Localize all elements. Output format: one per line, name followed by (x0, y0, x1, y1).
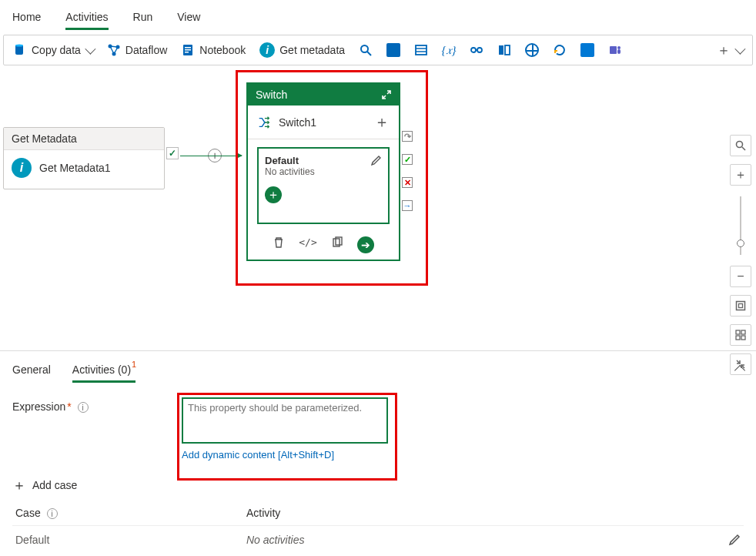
svg-point-0 (15, 45, 23, 47)
tool-script[interactable] (386, 43, 400, 57)
pipeline-icon (470, 43, 483, 57)
dataflow-icon (107, 43, 121, 57)
outlook-icon (580, 43, 594, 57)
tool-get-metadata-label: Get metadata (279, 44, 345, 56)
case-subtitle: No activities (265, 166, 382, 177)
zoom-out-button[interactable]: − (730, 266, 751, 287)
svg-rect-10 (416, 45, 427, 55)
add-case-button[interactable]: ＋ (374, 112, 390, 132)
tool-copy-data-label: Copy data (32, 44, 81, 56)
svg-rect-29 (736, 336, 740, 340)
variable-icon: {𝑥} (442, 43, 456, 57)
add-activity-button[interactable]: ＋ (265, 186, 282, 203)
edit-case-button[interactable] (371, 155, 382, 166)
top-tab-activities[interactable]: Activities (65, 6, 108, 29)
notebook-icon (181, 43, 195, 57)
tool-teams[interactable] (608, 43, 622, 57)
activity-cell: No activities (246, 534, 304, 546)
tool-foreach[interactable] (553, 43, 567, 57)
auto-layout-button[interactable] (730, 324, 751, 346)
svg-rect-20 (617, 49, 621, 54)
edit-row-button[interactable] (728, 534, 741, 546)
chevron-down-icon (734, 44, 745, 55)
tool-lookup[interactable] (497, 43, 511, 57)
top-tab-run[interactable]: Run (133, 6, 153, 29)
script-icon (386, 43, 400, 57)
tool-copy-data[interactable]: Copy data (13, 43, 93, 57)
svg-point-14 (477, 48, 482, 52)
expression-label: Expression* i (12, 397, 166, 413)
teams-icon (608, 43, 622, 57)
globe-icon (525, 43, 539, 57)
plus-icon: ＋ (12, 476, 26, 494)
tool-notebook-label: Notebook (199, 44, 246, 56)
switch-title: Switch (256, 89, 287, 101)
sub-tab-general[interactable]: General (12, 359, 51, 382)
tool-notebook[interactable]: Notebook (181, 43, 246, 57)
code-button[interactable]: </> (299, 236, 316, 253)
port-completion[interactable]: → (402, 200, 413, 211)
svg-point-23 (737, 142, 743, 148)
loop-icon (553, 43, 567, 57)
svg-rect-7 (185, 52, 189, 53)
info-icon: i (259, 42, 275, 58)
plus-icon: ＋ (717, 41, 731, 59)
table-row: Default No activities (12, 526, 744, 554)
case-title: Default (265, 155, 382, 166)
info-icon[interactable]: i (47, 508, 58, 519)
tool-dataflow[interactable]: Dataflow (107, 43, 167, 57)
tool-outlook[interactable] (580, 43, 594, 57)
svg-point-13 (471, 48, 476, 52)
svg-rect-30 (741, 336, 745, 340)
canvas-search-button[interactable] (730, 135, 751, 156)
svg-rect-6 (185, 49, 191, 51)
top-tab-view[interactable]: View (177, 6, 200, 29)
copy-data-icon (13, 43, 27, 57)
copy-button[interactable] (331, 236, 343, 253)
tool-pipeline[interactable] (470, 43, 483, 57)
node-activity-name: Get Metadata1 (39, 162, 111, 174)
tool-table[interactable] (414, 43, 428, 57)
col-activity-header: Activity (243, 501, 744, 526)
svg-point-19 (617, 46, 621, 49)
svg-rect-18 (610, 46, 617, 54)
sub-tab-activities[interactable]: Activities (0)1 (72, 359, 135, 382)
port-success[interactable]: ✓ (402, 154, 413, 165)
info-icon[interactable]: i (78, 402, 89, 413)
svg-rect-25 (737, 302, 745, 310)
svg-line-24 (742, 147, 745, 150)
error-badge: 1 (132, 360, 136, 369)
validation-check-icon: ✓ (166, 147, 179, 159)
switch-icon (257, 116, 271, 129)
tool-get-metadata[interactable]: i Get metadata (259, 42, 345, 58)
zoom-in-button[interactable]: ＋ (730, 164, 751, 186)
switch-activity-name: Switch1 (279, 116, 316, 129)
run-button[interactable]: ➔ (357, 236, 374, 253)
top-tab-home[interactable]: Home (12, 6, 41, 29)
svg-rect-27 (736, 330, 740, 334)
connector-success (180, 156, 242, 156)
case-cell: Default (12, 526, 243, 554)
add-case-button[interactable]: ＋ Add case (12, 476, 77, 494)
chevron-down-icon (85, 44, 95, 55)
node-title: Get Metadata (4, 128, 164, 150)
tool-variable[interactable]: {𝑥} (442, 43, 456, 57)
svg-rect-16 (499, 45, 503, 55)
expand-icon[interactable] (382, 90, 391, 99)
fit-screen-button[interactable] (730, 295, 751, 317)
tool-add-more[interactable]: ＋ (717, 41, 743, 59)
add-case-label: Add case (32, 479, 77, 491)
sub-tab-activities-label: Activities (0) (72, 363, 131, 376)
port-skip[interactable]: ↷ (402, 131, 413, 142)
search-icon (359, 43, 373, 57)
highlight-expression (177, 393, 397, 481)
svg-line-9 (367, 52, 371, 55)
table-icon (414, 43, 428, 57)
lookup-icon (497, 43, 511, 57)
tool-search[interactable] (359, 43, 373, 57)
zoom-slider[interactable] (740, 196, 741, 255)
svg-rect-26 (739, 304, 743, 308)
port-failure[interactable]: ✕ (402, 177, 413, 188)
delete-button[interactable] (273, 236, 285, 253)
tool-web[interactable] (525, 43, 539, 57)
